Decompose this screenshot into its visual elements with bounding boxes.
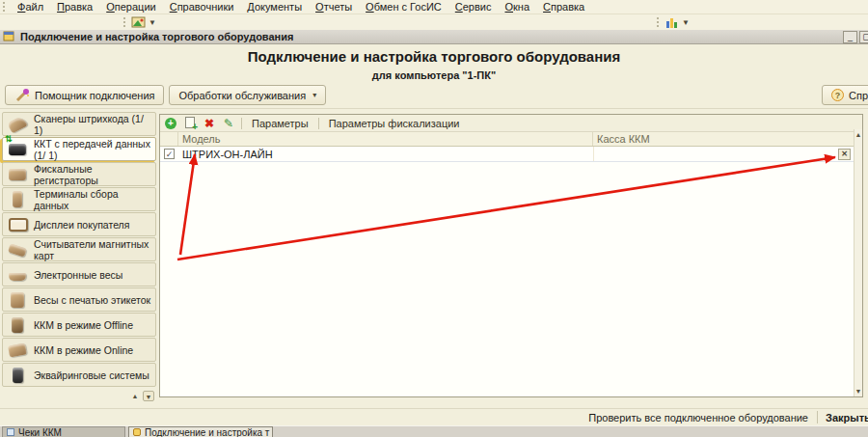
kkm-online-icon (3, 340, 34, 361)
scale-icon (3, 264, 34, 286)
page-subtitle: для компьютера "1-ПК" (0, 69, 868, 81)
row-model-cell[interactable]: ШТРИХ-ОН-ЛАЙН (178, 147, 593, 161)
menu-service[interactable]: Сервис (448, 0, 499, 14)
menu-edit[interactable]: Правка (50, 0, 99, 14)
taskbar-tab-cheki-kkm[interactable]: Чеки ККМ (2, 426, 125, 437)
table-row[interactable]: ✓ ШТРИХ-ОН-ЛАЙН … ✕ (160, 147, 862, 162)
row-kassa-cell[interactable]: … ✕ (593, 147, 854, 161)
equipment-table-panel: + ✖ ✎ Параметры Параметры фискализации М… (159, 114, 863, 397)
row-enabled-checkbox[interactable]: ✓ (164, 149, 175, 159)
fiscalization-parameters-button[interactable]: Параметры фискализации (325, 118, 464, 129)
help-icon: ? (831, 89, 844, 101)
delete-row-icon[interactable]: ✖ (203, 117, 216, 130)
toolbar-group-1: ▼ (121, 14, 156, 30)
fiscal-printer-icon (3, 139, 34, 160)
table-header: Модель Касса ККМ (160, 132, 862, 147)
copy-row-icon[interactable] (185, 117, 195, 128)
help-label: Справка (849, 90, 868, 101)
close-button[interactable]: Закрыть (826, 412, 868, 423)
help-button[interactable]: ? Справка (822, 85, 868, 105)
header-kassa-column[interactable]: Касса ККМ (593, 132, 854, 146)
header-separator (0, 108, 868, 109)
picture-tool-icon[interactable] (131, 16, 147, 29)
sidebar-item-customer-displays[interactable]: Дисплеи покупателя (2, 212, 156, 236)
connection-wizard-label: Помощник подключения (35, 90, 154, 101)
minimize-button[interactable]: _ (843, 31, 857, 43)
connection-tab-icon (133, 428, 141, 436)
customer-display-icon (3, 214, 34, 235)
sidebar-item-kkm-online[interactable]: ККМ в режиме Online (2, 338, 156, 362)
chart-tool-icon[interactable] (665, 16, 680, 29)
menu-operations[interactable]: Операции (99, 0, 162, 14)
sidebar-item-label-scales[interactable]: Весы с печатью этикеток (2, 287, 156, 312)
window-icon (3, 31, 16, 42)
edit-row-icon[interactable]: ✎ (222, 117, 235, 130)
toolbar-separator-2 (318, 118, 319, 129)
footer-bar: Проверить все подключенное оборудование … (0, 409, 868, 425)
equipment-category-sidebar: Сканеры штрихкода (1/ 1) ККТ с передачей… (2, 112, 156, 388)
fiscal-registrar-icon (3, 164, 34, 185)
acquiring-terminal-icon (3, 365, 34, 386)
sidebar-item-card-readers[interactable]: Считыватели магнитных карт (2, 237, 156, 261)
toolbar-grip-2 (657, 17, 662, 27)
table-vertical-scrollbar[interactable]: ▲ ▼ (854, 129, 862, 396)
menu-windows[interactable]: Окна (498, 0, 536, 14)
toolbar-separator (241, 118, 242, 129)
menu-gosis-exchange[interactable]: Обмен с ГосИС (359, 0, 448, 14)
connection-wizard-button[interactable]: Помощник подключения (5, 85, 164, 105)
sidebar-item-data-terminals[interactable]: Терминалы сбора данных (2, 187, 156, 211)
window-title-bar[interactable]: Подключение и настройка торгового оборуд… (0, 30, 868, 44)
label-scale-icon (3, 289, 34, 311)
sidebar-item-kkt-data-transfer[interactable]: ККТ с передачей данных (1/ 1) (2, 137, 156, 161)
toolbar-row: ▼ ▼ (0, 14, 868, 30)
sidebar-item-barcode-scanners[interactable]: Сканеры штрихкода (1/ 1) (2, 112, 156, 136)
sidebar-item-acquiring-systems[interactable]: Эквайринговые системы (2, 363, 156, 387)
maintenance-button[interactable]: Обработки обслуживания ▾ (169, 85, 326, 105)
chart-tool-dropdown-icon[interactable]: ▼ (682, 18, 690, 27)
document-tab-icon (7, 428, 14, 436)
menu-bar: Файл Правка Операции Справочники Докумен… (0, 0, 868, 14)
window-taskbar: Чеки ККМ Подключение и настройка т (0, 425, 868, 437)
window-title: Подключение и настройка торгового оборуд… (20, 31, 293, 42)
menu-catalogs[interactable]: Справочники (163, 0, 241, 14)
kassa-pick-icon[interactable]: … (827, 150, 836, 159)
toolbar-group-2: ▼ (654, 14, 690, 30)
footer-divider (817, 411, 818, 423)
menu-file[interactable]: Файл (11, 0, 50, 14)
maintenance-label: Обработки обслуживания (178, 90, 306, 101)
add-row-icon[interactable]: + (165, 118, 176, 129)
actions-row: Помощник подключения Обработки обслужива… (5, 85, 326, 106)
scrollbar-up-icon[interactable]: ▲ (854, 129, 862, 140)
menu-help[interactable]: Справка (536, 0, 591, 14)
sidebar-scroll-controls: ▲ ▼ (129, 391, 154, 401)
maintenance-dropdown-icon: ▾ (312, 91, 316, 99)
sidebar-item-kkm-offline[interactable]: ККМ в режиме Offline (2, 313, 156, 337)
menu-documents[interactable]: Документы (240, 0, 309, 14)
app-window: Файл Правка Операции Справочники Докумен… (0, 0, 868, 437)
check-all-equipment-button[interactable]: Проверить все подключенное оборудование (588, 412, 808, 423)
sidebar-item-electronic-scales[interactable]: Электронные весы (2, 262, 156, 287)
scrollbar-down-icon[interactable]: ▼ (854, 386, 862, 396)
data-terminal-icon (3, 189, 34, 210)
window-controls: _ ▢ (843, 31, 868, 43)
barcode-scanner-icon (3, 114, 34, 135)
toolbar-grip (123, 17, 128, 27)
menu-reports[interactable]: Отчеты (309, 0, 359, 14)
scroll-up-icon[interactable]: ▲ (129, 391, 141, 401)
kkm-offline-icon (3, 314, 34, 336)
header-model-column[interactable]: Модель (178, 132, 593, 146)
picture-tool-dropdown-icon[interactable]: ▼ (149, 18, 156, 27)
scroll-down-icon[interactable]: ▼ (143, 391, 154, 401)
maximize-button[interactable]: ▢ (859, 31, 868, 43)
menu-grip (3, 2, 8, 12)
parameters-button[interactable]: Параметры (248, 118, 312, 129)
card-reader-icon (3, 239, 34, 260)
page-title: Подключение и настройка торгового оборуд… (0, 48, 868, 65)
taskbar-tab-connection-setup[interactable]: Подключение и настройка т (128, 426, 273, 437)
header-checkbox-column (160, 132, 178, 146)
magic-wand-icon (14, 88, 30, 102)
sidebar-item-fiscal-registrars[interactable]: Фискальные регистраторы (2, 162, 156, 186)
table-toolbar: + ✖ ✎ Параметры Параметры фискализации (160, 115, 862, 132)
kassa-clear-icon[interactable]: ✕ (838, 149, 851, 160)
